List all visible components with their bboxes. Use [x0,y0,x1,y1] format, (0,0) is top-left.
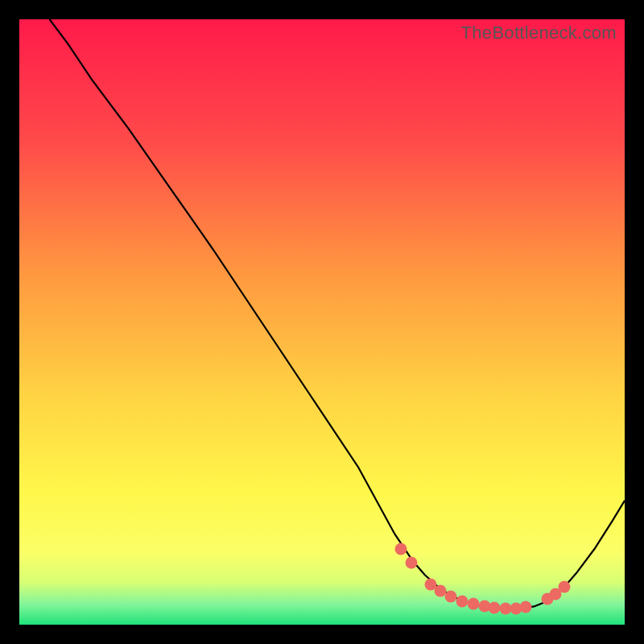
chart-frame: TheBottleneck.com [0,0,644,644]
watermark-text: TheBottleneck.com [461,23,617,43]
svg-rect-0 [19,19,625,625]
background-gradient [19,19,625,625]
plot-area: TheBottleneck.com [19,19,625,625]
